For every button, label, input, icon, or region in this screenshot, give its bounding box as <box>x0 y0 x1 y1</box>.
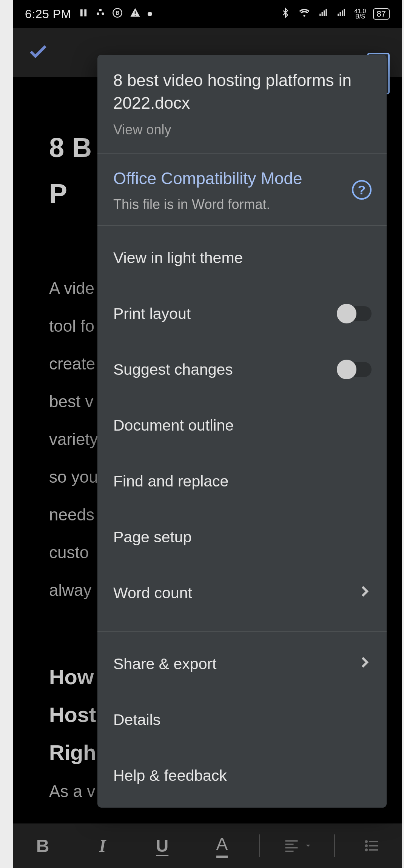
suggest-changes-switch[interactable] <box>338 362 372 377</box>
menu-item-label: Details <box>113 711 160 729</box>
menu-compat-mode[interactable]: Office Compatibility Mode This file is i… <box>97 154 387 226</box>
menu-item-share-export[interactable]: Share & export <box>113 636 372 692</box>
battery-indicator: 87 <box>373 8 390 20</box>
compat-title: Office Compatibility Mode <box>113 167 341 190</box>
svg-point-2 <box>99 9 102 11</box>
menu-item-label: View in light theme <box>113 249 243 267</box>
menu-item-print-layout[interactable]: Print layout <box>113 286 372 342</box>
done-check-icon[interactable] <box>27 41 49 64</box>
svg-point-3 <box>97 12 99 15</box>
pause-icon <box>78 8 89 21</box>
italic-button[interactable]: I <box>80 831 125 861</box>
menu-item-page-setup[interactable]: Page setup <box>113 509 372 565</box>
menu-item-find-replace[interactable]: Find and replace <box>113 453 372 509</box>
wifi-icon <box>298 7 311 21</box>
svg-point-4 <box>102 12 104 15</box>
toolbar-separator <box>259 834 260 857</box>
svg-rect-16 <box>344 9 345 16</box>
menu-item-help-feedback[interactable]: Help & feedback <box>113 748 372 803</box>
menu-item-word-count[interactable]: Word count <box>113 565 372 621</box>
statusbar-time: 6:25 PM <box>25 7 71 21</box>
svg-point-26 <box>365 849 367 851</box>
compat-subtitle: This file is in Word format. <box>113 197 341 212</box>
svg-rect-10 <box>322 12 323 16</box>
overflow-menu: 8 best video hosting platforms in 2022.d… <box>97 55 387 808</box>
toolbar-separator <box>334 834 335 857</box>
share-icon <box>96 8 105 20</box>
svg-rect-11 <box>324 11 325 16</box>
menu-doc-subtitle: View only <box>113 122 372 138</box>
menu-items-primary: View in light theme Print layout Suggest… <box>97 226 387 629</box>
menu-item-label: Share & export <box>113 655 217 673</box>
device-frame: 6:25 PM B <box>13 0 402 868</box>
warning-icon <box>130 7 141 21</box>
text-color-button[interactable]: A <box>199 831 245 861</box>
list-button[interactable] <box>349 831 395 861</box>
svg-rect-13 <box>338 14 339 16</box>
circle-b-icon: B <box>112 8 123 21</box>
menu-header: 8 best video hosting platforms in 2022.d… <box>97 55 387 154</box>
net-rate: 41.0 B/S <box>354 9 366 19</box>
help-icon[interactable]: ? <box>352 180 372 200</box>
svg-rect-7 <box>134 11 136 14</box>
align-button[interactable] <box>274 831 319 861</box>
underline-button[interactable]: U <box>140 831 185 861</box>
menu-items-secondary: Share & export Details Help & feedback <box>97 632 387 808</box>
chevron-right-icon <box>358 655 372 673</box>
svg-rect-14 <box>340 12 341 16</box>
menu-item-suggest-changes[interactable]: Suggest changes <box>113 342 372 397</box>
svg-point-24 <box>365 841 367 842</box>
menu-item-label: Word count <box>113 584 192 602</box>
menu-item-label: Find and replace <box>113 472 228 490</box>
svg-text:B: B <box>116 9 119 15</box>
menu-item-light-theme[interactable]: View in light theme <box>113 230 372 286</box>
menu-item-label: Help & feedback <box>113 767 227 785</box>
menu-item-document-outline[interactable]: Document outline <box>113 397 372 453</box>
menu-doc-title: 8 best video hosting platforms in 2022.d… <box>113 69 372 114</box>
notification-dot-icon <box>148 12 152 16</box>
bluetooth-icon <box>280 6 291 22</box>
menu-item-label: Suggest changes <box>113 361 233 379</box>
print-layout-switch[interactable] <box>338 306 372 321</box>
signal-2-icon <box>336 8 347 20</box>
bold-button[interactable]: B <box>20 831 65 861</box>
svg-rect-8 <box>134 15 136 16</box>
chevron-right-icon <box>358 584 372 602</box>
menu-item-label: Print layout <box>113 305 191 323</box>
menu-item-label: Document outline <box>113 417 234 434</box>
svg-rect-1 <box>84 9 86 16</box>
signal-1-icon <box>318 8 329 20</box>
menu-item-label: Page setup <box>113 528 191 546</box>
svg-rect-15 <box>342 11 343 16</box>
svg-rect-0 <box>80 9 83 16</box>
svg-rect-9 <box>320 14 321 16</box>
menu-item-details[interactable]: Details <box>113 692 372 748</box>
formatting-toolbar: B I U A <box>13 823 402 868</box>
svg-point-25 <box>365 845 367 846</box>
svg-rect-12 <box>326 9 327 16</box>
statusbar: 6:25 PM B <box>13 0 402 28</box>
